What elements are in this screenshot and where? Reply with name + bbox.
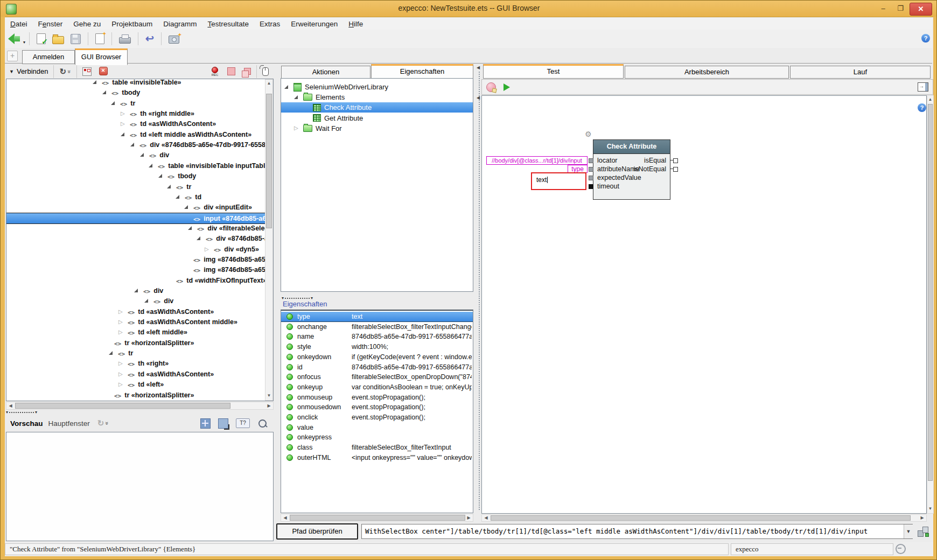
canvas-hscrollbar[interactable]: ◀ ▶ — [481, 514, 927, 522]
expander-open-icon[interactable] — [188, 226, 197, 230]
titlebar[interactable]: expecco: NewTestsuite.ets -- GUI Browser… — [1, 1, 937, 17]
close-tab-icon[interactable]: ✕ — [99, 67, 108, 75]
copy-icon[interactable] — [244, 68, 251, 75]
expander-open-icon[interactable] — [102, 90, 111, 94]
menu-item-fenster[interactable]: Fenster — [33, 20, 68, 28]
expander-open-icon[interactable] — [176, 195, 185, 199]
tree-row[interactable]: div — [6, 150, 265, 160]
scroll-up-icon[interactable]: ▲ — [265, 80, 272, 87]
tree-row[interactable]: ▷div «dyn5» — [6, 244, 265, 254]
scroll-up-icon[interactable]: ▲ — [927, 96, 934, 103]
property-row[interactable]: value — [281, 423, 473, 432]
scrollbar-thumb[interactable] — [928, 104, 933, 481]
tree-row[interactable]: div «filterableSelectBox — [6, 223, 265, 233]
tree-row[interactable]: tr — [6, 181, 265, 192]
maximize-button[interactable]: ❐ — [892, 3, 908, 15]
preview-area[interactable] — [6, 432, 274, 541]
expander-open-icon[interactable] — [144, 299, 153, 303]
record-test-icon[interactable] — [486, 82, 496, 92]
attribute-name-value-box[interactable]: type — [568, 165, 588, 173]
tab-lauf[interactable]: Lauf — [790, 66, 931, 79]
validate-document-icon[interactable]: ✓ — [37, 33, 46, 44]
scrollbar-thumb[interactable] — [290, 515, 465, 521]
input-pin-timeout[interactable] — [589, 184, 593, 189]
expander-closed-icon[interactable]: ▷ — [118, 330, 128, 335]
tree-row[interactable]: td «left middle asWidthAsContent» — [6, 129, 265, 139]
property-row[interactable]: typetext — [281, 312, 473, 322]
tab-eigenschaften[interactable]: Eigenschaften — [371, 64, 473, 79]
scroll-down-icon[interactable]: ▼ — [927, 506, 934, 513]
toggle-panel-icon[interactable] — [918, 82, 928, 92]
screenshot-icon[interactable] — [169, 36, 179, 44]
scroll-down-icon[interactable]: ▼ — [265, 393, 272, 400]
dom-tree-vscrollbar[interactable]: ▲ ▼ — [265, 79, 273, 401]
property-row[interactable]: onclickevent.stopPropagation(); — [281, 412, 473, 422]
input-pin-locator[interactable] — [589, 158, 593, 163]
menu-item-datei[interactable]: Datei — [5, 20, 33, 28]
new-document-icon[interactable]: ✦ — [95, 33, 104, 44]
menu-item-testresultate[interactable]: Testresultate — [202, 20, 254, 28]
record-icon[interactable]: REC — [209, 67, 221, 76]
widget-inspect-icon[interactable] — [82, 67, 92, 76]
tree-row[interactable]: ▷td «asWidthAsContent» — [6, 369, 265, 379]
tree-row[interactable]: tbody — [6, 171, 265, 181]
open-folder-icon[interactable] — [52, 36, 64, 44]
tree-row[interactable]: div «8746db85-a65e-47db-9917-6558664 — [6, 139, 265, 150]
output-pin-isEqual[interactable] — [673, 158, 678, 163]
tree-row[interactable]: div — [6, 296, 265, 306]
tab-vorschau[interactable]: Vorschau — [10, 419, 43, 428]
expected-value-edit-box[interactable]: text — [531, 172, 586, 190]
tab-test[interactable]: Test — [483, 64, 624, 79]
menu-item-diagramm[interactable]: Diagramm — [158, 20, 202, 28]
help-icon[interactable]: ? — [918, 103, 926, 112]
locator-value-box[interactable]: //body/div[@class...r/td[1]/div/input — [486, 156, 588, 165]
move-tool-icon[interactable] — [200, 418, 211, 429]
run-icon[interactable] — [504, 83, 510, 91]
property-row[interactable]: classfilterableSelectBox_filterTextInput — [281, 443, 473, 452]
chevron-down-icon[interactable]: » — [104, 422, 110, 425]
expander-open-icon[interactable] — [134, 289, 143, 292]
action-tree-row[interactable]: Get Attribute — [281, 113, 473, 123]
stop-icon[interactable] — [227, 67, 235, 75]
refresh-icon[interactable]: ↻ — [59, 67, 66, 76]
expander-open-icon[interactable] — [93, 80, 102, 84]
property-row[interactable]: onfocusfilterableSelectBox_openDropDown(… — [281, 372, 473, 382]
scroll-left-icon[interactable]: ◀ — [483, 515, 490, 522]
tree-row[interactable]: img «8746db85-a65e — [6, 254, 265, 264]
property-row[interactable]: onchangefilterableSelectBox_filterTextIn… — [281, 322, 473, 332]
text-inspect-icon[interactable]: T? — [236, 418, 250, 428]
property-row[interactable]: name8746db85-a65e-47db-9917-655866477a33… — [281, 332, 473, 341]
connect-dropdown-icon[interactable]: ▼ — [9, 69, 14, 74]
undo-icon[interactable]: ↩ — [145, 34, 154, 44]
tree-row[interactable]: td — [6, 192, 265, 202]
expander-open-icon[interactable] — [130, 143, 139, 146]
tree-row[interactable]: tr «horizontalSplitter» — [6, 390, 265, 400]
gear-icon[interactable]: ⚙ — [585, 130, 592, 138]
tree-row[interactable]: ▷th «right» — [6, 358, 265, 368]
output-pin-isNotEqual[interactable] — [673, 167, 678, 172]
scrollbar-thumb[interactable] — [266, 94, 272, 228]
property-row[interactable]: onmouseupevent.stopPropagation(); — [281, 393, 473, 402]
expander-open-icon[interactable] — [284, 85, 293, 89]
back-dropdown-icon[interactable]: ▾ — [23, 40, 25, 45]
scroll-right-icon[interactable]: ▶ — [465, 515, 472, 522]
dom-tree-hscrollbar[interactable]: ◀ ▶ — [6, 402, 274, 410]
expander-open-icon[interactable] — [149, 164, 158, 167]
scrollbar-thumb[interactable] — [491, 515, 911, 521]
expander-closed-icon[interactable]: ▷ — [118, 361, 128, 366]
expander-closed-icon[interactable]: ▷ — [118, 309, 128, 314]
panel-splitter[interactable]: ◀ ◀ — [477, 64, 481, 514]
add-tab-button[interactable]: + — [7, 51, 18, 61]
menu-item-projektbaum[interactable]: Projektbaum — [106, 20, 158, 28]
path-input[interactable]: WithSelectBox center"]/table/tbody/tr[1]… — [361, 524, 913, 539]
tab-anmelden[interactable]: Anmelden — [22, 50, 75, 64]
tree-row[interactable]: table «invisibleTable inputTable» — [6, 160, 265, 171]
tree-row[interactable]: div «inputEdit» — [6, 202, 265, 212]
tree-row[interactable]: ▷td «left» — [6, 379, 265, 389]
expander-open-icon[interactable] — [167, 185, 176, 188]
check-path-button[interactable]: Pfad überprüfen — [276, 523, 358, 540]
expander-open-icon[interactable] — [109, 351, 118, 355]
expander-closed-icon[interactable]: ▷ — [294, 125, 303, 131]
tab-aktionen[interactable]: Aktionen — [281, 66, 370, 79]
menu-item-extras[interactable]: Extras — [254, 20, 285, 28]
